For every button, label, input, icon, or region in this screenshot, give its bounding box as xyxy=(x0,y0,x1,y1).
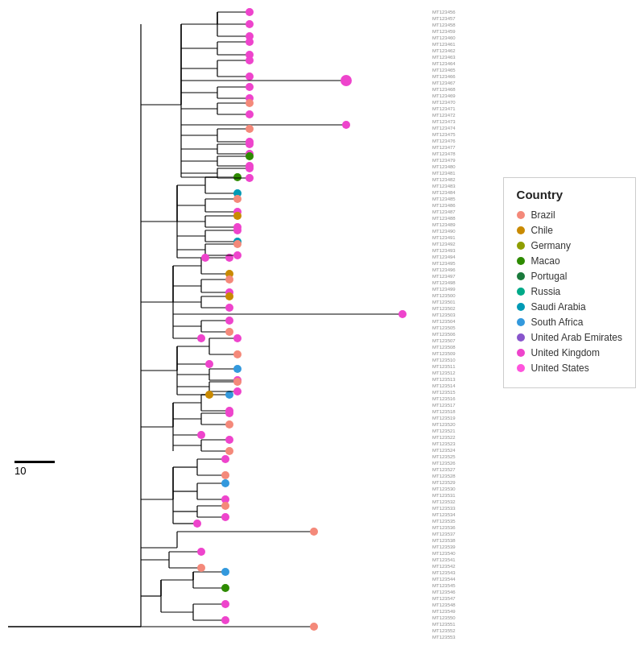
svg-text:MT123525: MT123525 xyxy=(432,454,456,459)
legend-item: United Arab Emirates xyxy=(517,332,622,343)
svg-text:MT123534: MT123534 xyxy=(432,512,456,517)
svg-point-92 xyxy=(233,350,242,358)
legend-dot xyxy=(517,226,525,234)
svg-text:MT123520: MT123520 xyxy=(432,422,456,427)
svg-point-75 xyxy=(197,431,205,439)
svg-text:MT123460: MT123460 xyxy=(432,35,456,40)
legend-items: BrazilChileGermanyMacaoPortugalRussiaSau… xyxy=(517,209,622,374)
svg-text:MT123495: MT123495 xyxy=(432,261,456,266)
svg-text:MT123458: MT123458 xyxy=(432,23,456,27)
svg-point-140 xyxy=(225,317,233,325)
svg-text:MT123504: MT123504 xyxy=(432,319,456,324)
svg-text:MT123492: MT123492 xyxy=(432,242,456,246)
svg-text:MT123518: MT123518 xyxy=(432,409,456,414)
svg-text:MT123487: MT123487 xyxy=(432,209,456,214)
legend-dot xyxy=(517,349,525,357)
svg-text:MT123486: MT123486 xyxy=(432,203,456,208)
svg-text:MT123524: MT123524 xyxy=(432,448,456,453)
legend-dot xyxy=(517,288,525,296)
svg-point-98 xyxy=(233,365,242,373)
legend-item-label: United Kingdom xyxy=(531,347,600,358)
svg-text:MT123475: MT123475 xyxy=(432,132,456,137)
svg-text:MT123476: MT123476 xyxy=(432,139,456,143)
svg-text:MT123526: MT123526 xyxy=(432,461,456,466)
legend-item-label: Chile xyxy=(531,225,553,236)
legend-dot xyxy=(517,242,525,250)
legend-item: Saudi Arabia xyxy=(517,301,622,313)
svg-text:MT123531: MT123531 xyxy=(432,493,456,498)
svg-text:MT123478: MT123478 xyxy=(432,151,456,156)
svg-text:MT123549: MT123549 xyxy=(432,609,456,614)
svg-text:MT123494: MT123494 xyxy=(432,255,456,259)
svg-point-193 xyxy=(246,8,254,16)
svg-text:MT123468: MT123468 xyxy=(432,87,456,92)
scale-bar: 10 xyxy=(14,461,55,477)
svg-text:MT123461: MT123461 xyxy=(432,42,456,47)
svg-text:MT123489: MT123489 xyxy=(432,222,456,227)
svg-text:MT123456: MT123456 xyxy=(432,10,456,14)
svg-point-105 xyxy=(233,378,242,386)
legend-dot xyxy=(517,333,525,342)
legend-dot xyxy=(517,272,525,280)
svg-text:MT123469: MT123469 xyxy=(432,93,456,98)
legend-item: United States xyxy=(517,362,622,374)
svg-point-224 xyxy=(246,99,254,107)
svg-point-89 xyxy=(233,334,242,342)
svg-text:MT123483: MT123483 xyxy=(432,184,456,188)
svg-point-20 xyxy=(221,600,229,608)
svg-point-180 xyxy=(233,240,242,248)
svg-text:MT123473: MT123473 xyxy=(432,119,456,124)
svg-text:MT123513: MT123513 xyxy=(432,377,456,382)
svg-point-240 xyxy=(246,140,254,148)
svg-point-13 xyxy=(221,568,229,576)
legend-dot xyxy=(517,318,525,326)
svg-text:MT123533: MT123533 xyxy=(432,506,456,511)
svg-point-185 xyxy=(201,254,209,262)
svg-text:MT123467: MT123467 xyxy=(432,81,456,85)
legend-title: Country xyxy=(517,188,622,201)
svg-text:MT123515: MT123515 xyxy=(432,390,456,395)
svg-text:MT123523: MT123523 xyxy=(432,441,456,446)
svg-text:MT123546: MT123546 xyxy=(432,590,456,594)
svg-text:MT123498: MT123498 xyxy=(432,280,456,285)
svg-point-227 xyxy=(246,110,254,118)
svg-text:MT123482: MT123482 xyxy=(432,177,456,182)
svg-text:MT123472: MT123472 xyxy=(432,113,456,118)
svg-point-152 xyxy=(233,173,242,181)
main-container: MT123456 MT123457 MT123458 MT123459 MT12… xyxy=(0,0,644,646)
svg-text:MT123511: MT123511 xyxy=(432,364,456,369)
svg-text:MT123553: MT123553 xyxy=(432,635,456,640)
svg-point-201 xyxy=(246,38,254,46)
phylogenetic-tree xyxy=(0,0,475,644)
legend: Country BrazilChileGermanyMacaoPortugalR… xyxy=(503,177,636,388)
svg-text:MT123551: MT123551 xyxy=(432,622,456,627)
svg-text:MT123519: MT123519 xyxy=(432,416,456,420)
legend-item-label: United Arab Emirates xyxy=(531,332,622,343)
svg-text:MT123550: MT123550 xyxy=(432,615,456,620)
legend-item: Germany xyxy=(517,240,622,251)
svg-point-134 xyxy=(225,304,233,312)
scale-line xyxy=(14,461,55,463)
scale-label: 10 xyxy=(14,465,55,477)
svg-text:MT123517: MT123517 xyxy=(432,403,456,408)
svg-point-73 xyxy=(225,420,233,429)
svg-text:MT123499: MT123499 xyxy=(432,287,456,292)
svg-point-6 xyxy=(310,528,318,536)
svg-point-195 xyxy=(246,20,254,28)
svg-point-27 xyxy=(197,548,205,556)
legend-dot xyxy=(517,364,525,372)
svg-text:MT123477: MT123477 xyxy=(432,145,456,150)
svg-text:MT123537: MT123537 xyxy=(432,532,456,536)
svg-text:MT123544: MT123544 xyxy=(432,577,456,582)
svg-text:MT123552: MT123552 xyxy=(432,628,456,633)
svg-point-108 xyxy=(233,387,242,395)
svg-point-229 xyxy=(342,121,350,129)
svg-point-51 xyxy=(221,502,229,510)
svg-point-217 xyxy=(246,83,254,91)
svg-point-166 xyxy=(233,212,242,220)
svg-point-124 xyxy=(225,275,233,284)
svg-text:MT123457: MT123457 xyxy=(432,16,456,21)
svg-text:MT123512: MT123512 xyxy=(432,371,456,375)
svg-text:MT123481: MT123481 xyxy=(432,171,456,176)
svg-point-23 xyxy=(221,616,229,624)
